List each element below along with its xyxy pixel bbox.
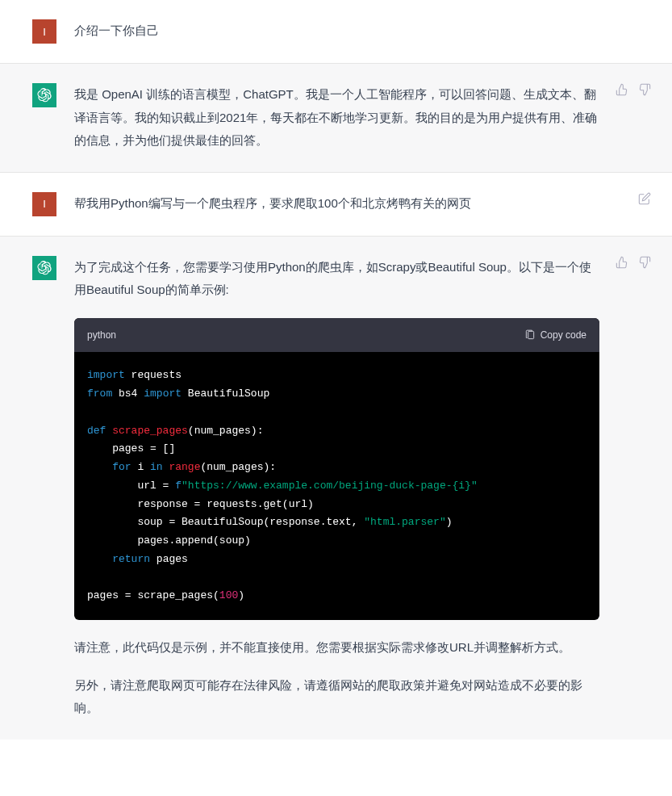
- copy-code-label: Copy code: [541, 326, 586, 345]
- message-content: 我是 OpenAI 训练的语言模型，ChatGPT。我是一个人工智能程序，可以回…: [74, 83, 640, 153]
- intro-text: 为了完成这个任务，您需要学习使用Python的爬虫库，如Scrapy或Beaut…: [74, 256, 599, 302]
- code-header: python Copy code: [74, 318, 599, 353]
- openai-icon: [37, 88, 52, 103]
- code-language-label: python: [87, 326, 116, 345]
- user-avatar: I: [32, 192, 56, 216]
- thumbs-up-button[interactable]: [614, 82, 630, 98]
- note-2: 另外，请注意爬取网页可能存在法律风险，请遵循网站的爬取政策并避免对网站造成不必要…: [74, 674, 599, 720]
- message-content: 为了完成这个任务，您需要学习使用Python的爬虫库，如Scrapy或Beaut…: [74, 256, 640, 720]
- thumbs-down-button[interactable]: [637, 82, 653, 98]
- thumbs-up-button[interactable]: [614, 254, 630, 270]
- assistant-avatar: [32, 256, 56, 280]
- assistant-message-1: 我是 OpenAI 训练的语言模型，ChatGPT。我是一个人工智能程序，可以回…: [0, 64, 672, 173]
- feedback-actions: [614, 254, 653, 270]
- code-content: import requests from bs4 import Beautifu…: [74, 352, 599, 620]
- assistant-message-2: 为了完成这个任务，您需要学习使用Python的爬虫库，如Scrapy或Beaut…: [0, 237, 672, 739]
- note-1: 请注意，此代码仅是示例，并不能直接使用。您需要根据实际需求修改URL并调整解析方…: [74, 636, 599, 660]
- user-message-1: I 介绍一下你自己: [0, 0, 672, 64]
- assistant-avatar: [32, 83, 56, 107]
- feedback-actions: [614, 82, 653, 98]
- code-block: python Copy code import requests from bs…: [74, 318, 599, 621]
- user-avatar: I: [32, 19, 56, 44]
- svg-rect-0: [528, 331, 533, 338]
- message-content: 帮我用Python编写与一个爬虫程序，要求爬取100个和北京烤鸭有关的网页: [74, 192, 640, 216]
- copy-code-button[interactable]: Copy code: [524, 326, 586, 345]
- user-message-2: I 帮我用Python编写与一个爬虫程序，要求爬取100个和北京烤鸭有关的网页: [0, 173, 672, 237]
- openai-icon: [37, 261, 52, 275]
- thumbs-down-button[interactable]: [637, 254, 653, 270]
- clipboard-icon: [524, 329, 536, 341]
- edit-actions: [637, 191, 653, 207]
- edit-button[interactable]: [637, 191, 653, 207]
- message-content: 介绍一下你自己: [74, 19, 640, 44]
